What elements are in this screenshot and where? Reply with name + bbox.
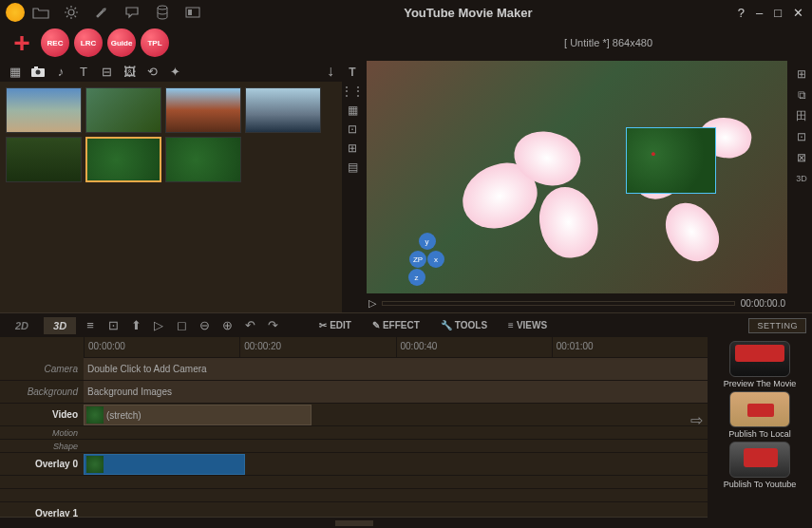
track-ov0-sub1[interactable]: [0, 476, 708, 489]
thumb-2[interactable]: [85, 87, 161, 133]
gear-icon[interactable]: [63, 4, 80, 21]
track-ov0-sub2[interactable]: [0, 489, 708, 502]
track-background-content[interactable]: Background Images: [84, 381, 708, 403]
tab-camera-icon[interactable]: [30, 64, 46, 79]
module-icon[interactable]: [184, 4, 201, 21]
tl-up-icon[interactable]: ⬆: [127, 317, 144, 334]
tab-views[interactable]: ≡VIEWS: [502, 317, 553, 333]
video-clip[interactable]: (stretch): [84, 405, 312, 425]
thumb-7[interactable]: [165, 137, 241, 182]
arrow-right-icon[interactable]: ⇨: [690, 411, 703, 429]
thumb-6-selected[interactable]: [85, 137, 161, 182]
track-overlay1-content[interactable]: [84, 502, 708, 517]
track-video-content[interactable]: (stretch): [84, 404, 708, 425]
folder-icon[interactable]: [32, 4, 49, 21]
preview-left-tools: T ⋮⋮ ▦ ⊡ ⊞ ▤: [342, 61, 363, 312]
tab-2d[interactable]: 2D: [6, 317, 38, 334]
track-motion[interactable]: Motion: [0, 426, 708, 440]
timeline-scrollbar[interactable]: [0, 517, 708, 528]
timeline: 00:00:00 00:00:20 00:00:40 00:01:00 Came…: [0, 337, 708, 528]
close-button[interactable]: ✕: [790, 6, 806, 20]
maximize-button[interactable]: □: [771, 6, 784, 20]
track-overlay0[interactable]: Overlay 0: [0, 453, 708, 476]
thumb-5[interactable]: [6, 137, 82, 182]
tl-menu-icon[interactable]: ≡: [82, 317, 99, 334]
publish-youtube-button[interactable]: Publish To Youtube: [719, 442, 801, 489]
track-shape-content[interactable]: [84, 440, 708, 452]
tl-redo-icon[interactable]: ↷: [264, 317, 281, 334]
track-camera[interactable]: Camera Double Click to Add Camera: [0, 358, 708, 381]
tab-3d[interactable]: 3D: [44, 317, 76, 334]
overlay-clip[interactable]: [84, 454, 245, 475]
tl-play-icon[interactable]: ▷: [150, 317, 167, 334]
tool-d-icon[interactable]: ▤: [345, 160, 360, 175]
thumb-1[interactable]: [6, 87, 82, 133]
preview-movie-button[interactable]: Preview The Movie: [719, 341, 801, 388]
wrench-icon[interactable]: [93, 4, 110, 21]
tab-image-icon[interactable]: 🖼: [122, 64, 137, 79]
setting-button[interactable]: SETTING: [748, 318, 806, 333]
rtool-c-icon[interactable]: 田: [794, 108, 809, 123]
tab-edit[interactable]: ✂EDIT: [313, 317, 357, 333]
rtool-a-icon[interactable]: ⊞: [794, 66, 809, 82]
track-background[interactable]: Background Background Images: [0, 381, 708, 404]
publish-local-button[interactable]: Publish To Local: [719, 391, 801, 439]
preview-right-tools: ⊞ ⧉ 田 ⊡ ⊠ 3D: [791, 61, 812, 312]
tab-music-icon[interactable]: ♪: [53, 64, 68, 79]
track-camera-content[interactable]: Double Click to Add Camera: [84, 358, 708, 380]
dropdown-arrow-icon[interactable]: ↓: [327, 63, 334, 80]
track-shape-label: Shape: [0, 442, 84, 451]
thumb-4[interactable]: [245, 87, 321, 133]
svg-rect-3: [188, 9, 192, 15]
tab-fx-icon[interactable]: ⟲: [144, 64, 160, 79]
seek-bar[interactable]: [382, 301, 735, 306]
text-tool-icon[interactable]: T: [345, 65, 360, 80]
rtool-b-icon[interactable]: ⧉: [794, 87, 809, 103]
tl-stop-icon[interactable]: ◻: [173, 317, 190, 334]
track-video[interactable]: Video (stretch): [0, 404, 708, 426]
tab-subtitle-icon[interactable]: ⊟: [99, 64, 114, 79]
tab-tools[interactable]: 🔧TOOLS: [435, 317, 493, 333]
z-axis-orb[interactable]: z: [408, 269, 425, 286]
rec-button[interactable]: REC: [41, 28, 69, 57]
minimize-button[interactable]: –: [753, 6, 765, 20]
tpl-button[interactable]: TPL: [141, 28, 169, 57]
track-shape[interactable]: Shape: [0, 440, 708, 453]
clip-thumb-icon: [86, 406, 104, 424]
tool-c-icon[interactable]: ⊞: [345, 141, 360, 156]
tab-effect[interactable]: ✎EFFECT: [367, 317, 425, 333]
track-motion-content[interactable]: [84, 426, 708, 439]
preview-canvas[interactable]: y ZP x z: [367, 61, 787, 293]
rtool-d-icon[interactable]: ⊡: [794, 129, 809, 144]
lrc-button[interactable]: LRC: [74, 28, 103, 57]
database-icon[interactable]: [154, 4, 171, 21]
tab-text-icon[interactable]: T: [76, 64, 91, 79]
chat-icon[interactable]: [123, 4, 141, 21]
add-button[interactable]: +: [8, 28, 36, 57]
rtool-3d-icon[interactable]: 3D: [794, 171, 809, 186]
tl-zoomin-icon[interactable]: ⊕: [218, 317, 236, 334]
tool-b-icon[interactable]: ⊡: [345, 122, 360, 137]
tab-puzzle-icon[interactable]: ✦: [167, 64, 182, 79]
tab-video-icon[interactable]: ▦: [8, 64, 23, 79]
tl-cam-icon[interactable]: ⊡: [104, 317, 122, 334]
tl-zoomout-icon[interactable]: ⊖: [196, 317, 213, 334]
overlay-pip[interactable]: [626, 127, 716, 194]
rtool-e-icon[interactable]: ⊠: [794, 150, 809, 165]
zp-orb[interactable]: ZP: [409, 251, 426, 268]
play-button[interactable]: ▷: [368, 297, 376, 310]
grip-icon[interactable]: ⋮⋮: [345, 84, 360, 99]
track-overlay0-content[interactable]: [84, 453, 708, 475]
tl-undo-icon[interactable]: ↶: [241, 317, 258, 334]
guide-button[interactable]: Guide: [107, 28, 136, 57]
x-axis-orb[interactable]: x: [427, 251, 444, 268]
app-logo: [6, 3, 25, 22]
y-axis-orb[interactable]: y: [419, 233, 436, 250]
track-motion-label: Motion: [0, 428, 84, 438]
track-overlay1[interactable]: Overlay 1: [0, 502, 708, 517]
timeline-ruler[interactable]: 00:00:00 00:00:20 00:00:40 00:01:00: [84, 337, 708, 358]
help-button[interactable]: ?: [735, 6, 747, 20]
3d-handle[interactable]: y ZP x z: [409, 233, 444, 286]
thumb-3[interactable]: [165, 87, 241, 133]
tool-a-icon[interactable]: ▦: [345, 103, 360, 118]
